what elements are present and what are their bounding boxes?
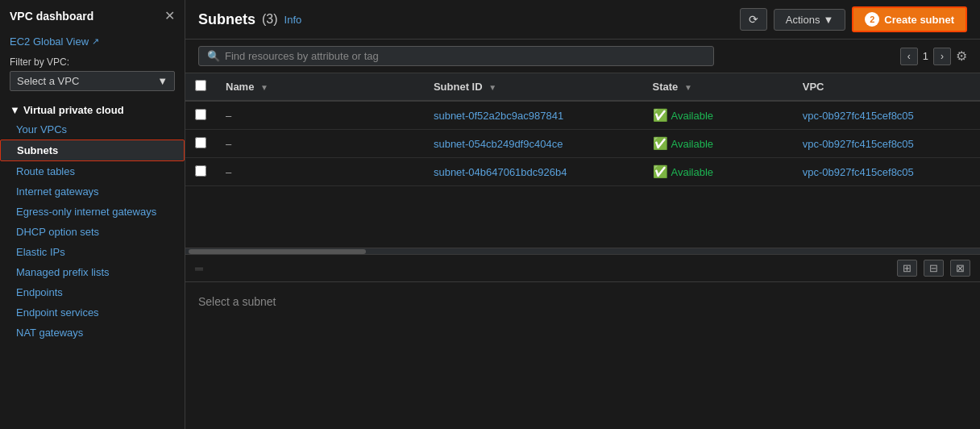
subnet-link-3[interactable]: subnet-04b647061bdc926b4: [434, 166, 567, 178]
search-icon: 🔍: [207, 50, 220, 62]
subnet-link-1[interactable]: subnet-0f52a2bc9ac987841: [434, 110, 563, 122]
top-bar: Subnets (3) Info ⟳ Actions ▼ 2 Create su…: [185, 0, 980, 40]
vpc-section-label: Virtual private cloud: [23, 104, 124, 116]
table-row: – subnet-04b647061bdc926b4 ✅ Available v…: [185, 158, 980, 186]
select-subnet-message: Select a subnet: [198, 295, 276, 308]
chevron-down-icon-section: ▼: [10, 104, 20, 116]
sidebar-item-endpoints[interactable]: Endpoints: [0, 282, 185, 302]
subnet-count: (3): [262, 12, 278, 27]
row-name-1: –: [216, 101, 424, 130]
panel-view-2-button[interactable]: ⊟: [924, 260, 944, 277]
table-wrap: Name ▼ Subnet ID ▼ State ▼ VPC: [185, 73, 980, 248]
sort-name-icon[interactable]: ▼: [260, 83, 268, 92]
row-checkbox-1[interactable]: [195, 109, 206, 120]
refresh-button[interactable]: ⟳: [740, 8, 767, 31]
row-vpc-3: vpc-0b927fc415cef8c05: [793, 158, 980, 186]
chevron-down-icon: ▼: [157, 75, 168, 87]
row-vpc-2: vpc-0b927fc415cef8c05: [793, 130, 980, 158]
available-icon-3: ✅: [653, 165, 668, 179]
pagination-wrap: ‹ 1 › ⚙: [900, 48, 967, 65]
bottom-panel-toolbar: ═ ⊞ ⊟ ⊠: [185, 255, 980, 282]
bottom-content: Select a subnet: [185, 282, 980, 321]
subnets-table: Name ▼ Subnet ID ▼ State ▼ VPC: [185, 73, 980, 186]
table-header-row: Name ▼ Subnet ID ▼ State ▼ VPC: [185, 73, 980, 101]
sort-subnet-id-icon[interactable]: ▼: [488, 83, 496, 92]
sidebar-item-egress-gateways[interactable]: Egress-only internet gateways: [0, 202, 185, 222]
bottom-panel: ═ ⊞ ⊟ ⊠ Select a subnet: [185, 254, 980, 429]
row-checkbox-2[interactable]: [195, 137, 206, 148]
filter-vpc-value: Select a VPC: [17, 75, 79, 87]
sort-state-icon[interactable]: ▼: [684, 83, 692, 92]
sidebar-header: VPC dashboard ✕: [0, 0, 185, 31]
panel-view-icons: ⊞ ⊟ ⊠: [897, 260, 970, 277]
horizontal-scrollbar[interactable]: [185, 248, 980, 254]
search-bar: 🔍 ‹ 1 › ⚙: [185, 40, 980, 73]
available-icon-1: ✅: [653, 108, 668, 123]
vpc-link-1[interactable]: vpc-0b927fc415cef8c05: [803, 110, 914, 122]
close-sidebar-button[interactable]: ✕: [164, 8, 175, 23]
prev-page-button[interactable]: ‹: [900, 48, 918, 65]
top-bar-right: ⟳ Actions ▼ 2 Create subnet: [740, 6, 967, 32]
virtual-private-cloud-section: ▼ Virtual private cloud: [0, 98, 185, 119]
row-state-2: ✅ Available: [643, 130, 793, 158]
row-state-3: ✅ Available: [643, 158, 793, 186]
table-row: – subnet-054cb249df9c404ce ✅ Available v…: [185, 130, 980, 158]
next-page-button[interactable]: ›: [933, 48, 951, 65]
sidebar-nav: Your VPCs Subnets Route tables Internet …: [0, 119, 185, 343]
actions-button[interactable]: Actions ▼: [774, 9, 846, 31]
panel-view-1-button[interactable]: ⊞: [897, 260, 917, 277]
actions-label: Actions: [786, 14, 820, 26]
subnet-link-2[interactable]: subnet-054cb249df9c404ce: [434, 138, 563, 150]
main-content: Subnets (3) Info ⟳ Actions ▼ 2 Create su…: [185, 0, 980, 429]
sidebar-item-subnets[interactable]: Subnets: [0, 140, 185, 161]
create-subnet-button[interactable]: 2 Create subnet: [852, 6, 967, 32]
available-icon-2: ✅: [653, 136, 668, 151]
create-badge: 2: [865, 12, 879, 27]
sidebar-item-route-tables[interactable]: Route tables: [0, 161, 185, 181]
table-body: – subnet-0f52a2bc9ac987841 ✅ Available v…: [185, 101, 980, 186]
select-all-header: [185, 73, 216, 101]
sidebar-item-your-vpcs[interactable]: Your VPCs: [0, 119, 185, 140]
info-link[interactable]: Info: [284, 14, 302, 26]
row-subnet-id-3: subnet-04b647061bdc926b4: [424, 158, 643, 186]
row-vpc-1: vpc-0b927fc415cef8c05: [793, 101, 980, 130]
filter-vpc-label: Filter by VPC:: [0, 52, 185, 69]
scroll-thumb: [189, 249, 366, 254]
col-vpc: VPC: [793, 73, 980, 101]
row-state-1: ✅ Available: [643, 101, 793, 130]
chevron-down-icon-actions: ▼: [823, 14, 833, 26]
drag-handle[interactable]: ═: [195, 262, 203, 275]
sidebar-ec2-label: EC2 Global View: [10, 35, 89, 48]
table-settings-icon[interactable]: ⚙: [956, 48, 967, 64]
top-bar-left: Subnets (3) Info: [198, 11, 301, 28]
sidebar-item-endpoint-services[interactable]: Endpoint services: [0, 302, 185, 323]
vpc-link-3[interactable]: vpc-0b927fc415cef8c05: [803, 166, 914, 178]
page-title: Subnets: [198, 11, 255, 28]
col-name: Name ▼: [216, 73, 424, 101]
col-state: State ▼: [643, 73, 793, 101]
sidebar-item-dhcp-option-sets[interactable]: DHCP option sets: [0, 222, 185, 242]
row-name-3: –: [216, 158, 424, 186]
page-number: 1: [923, 50, 928, 62]
vpc-link-2[interactable]: vpc-0b927fc415cef8c05: [803, 138, 914, 150]
search-input[interactable]: [225, 50, 705, 62]
sidebar-title: VPC dashboard: [10, 10, 93, 23]
search-input-wrap: 🔍: [198, 46, 714, 66]
sidebar-item-elastic-ips[interactable]: Elastic IPs: [0, 242, 185, 262]
row-name-2: –: [216, 130, 424, 158]
sidebar-item-internet-gateways[interactable]: Internet gateways: [0, 181, 185, 202]
sidebar-item-managed-prefix-lists[interactable]: Managed prefix lists: [0, 262, 185, 282]
sidebar: VPC dashboard ✕ EC2 Global View ↗ Filter…: [0, 0, 185, 429]
col-subnet-id: Subnet ID ▼: [424, 73, 643, 101]
panel-view-3-button[interactable]: ⊠: [950, 260, 970, 277]
sidebar-item-nat-gateways[interactable]: NAT gateways: [0, 323, 185, 343]
row-subnet-id-1: subnet-0f52a2bc9ac987841: [424, 101, 643, 130]
external-link-icon: ↗: [92, 36, 99, 47]
row-subnet-id-2: subnet-054cb249df9c404ce: [424, 130, 643, 158]
row-checkbox-3[interactable]: [195, 165, 206, 177]
filter-vpc-select[interactable]: Select a VPC ▼: [10, 71, 175, 91]
sidebar-ec2-global-view[interactable]: EC2 Global View ↗: [0, 31, 185, 52]
create-label: Create subnet: [884, 14, 954, 26]
table-row: – subnet-0f52a2bc9ac987841 ✅ Available v…: [185, 101, 980, 130]
select-all-checkbox[interactable]: [195, 80, 206, 91]
